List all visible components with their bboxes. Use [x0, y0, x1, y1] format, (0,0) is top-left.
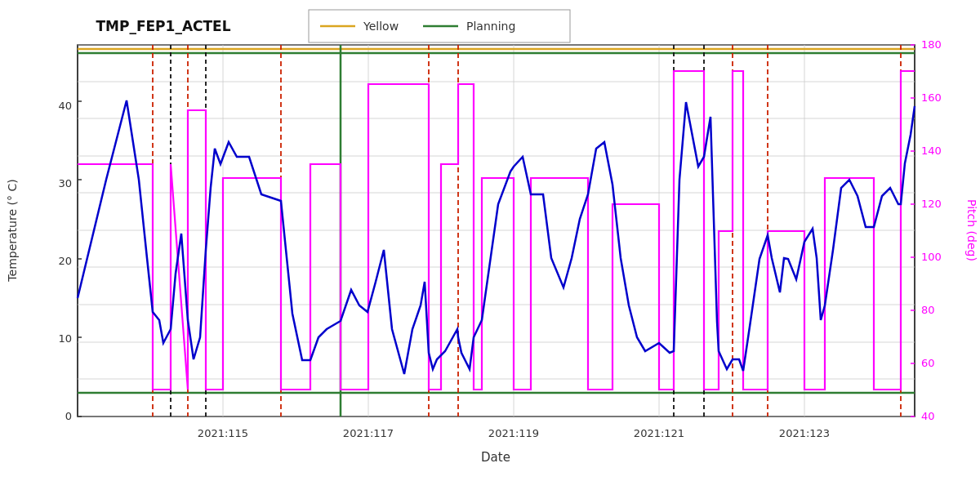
y-tick-30: 30: [58, 177, 72, 189]
chart-title: TMP_FEP1_ACTEL: [96, 18, 230, 34]
y-tick-40: 40: [58, 100, 72, 112]
y-right-tick-60: 60: [921, 357, 935, 369]
y-right-label: Pitch (deg): [965, 199, 978, 261]
y-right-tick-140: 140: [921, 145, 942, 157]
x-tick-115: 2021:115: [198, 427, 248, 439]
main-chart: 0 10 20 30 40 40 60 80 100 120 140 160 1…: [0, 0, 980, 490]
x-tick-119: 2021:119: [488, 427, 539, 439]
x-tick-123: 2021:123: [779, 427, 830, 439]
x-tick-117: 2021:117: [343, 427, 394, 439]
x-axis-label: Date: [481, 450, 510, 465]
legend-yellow-label: Yellow: [363, 20, 399, 33]
chart-container: 0 10 20 30 40 40 60 80 100 120 140 160 1…: [0, 0, 980, 490]
y-right-tick-160: 160: [921, 91, 942, 104]
legend-planning-label: Planning: [466, 20, 515, 33]
y-right-tick-80: 80: [921, 304, 935, 316]
y-tick-0: 0: [65, 410, 72, 422]
y-right-tick-120: 120: [921, 198, 942, 210]
y-left-label: Temperature (° C): [6, 179, 19, 282]
y-right-tick-180: 180: [921, 38, 942, 51]
y-tick-20: 20: [58, 255, 72, 267]
y-right-tick-40: 40: [921, 410, 935, 422]
y-tick-10: 10: [58, 332, 72, 345]
x-tick-121: 2021:121: [634, 427, 684, 439]
y-right-tick-100: 100: [921, 251, 942, 263]
